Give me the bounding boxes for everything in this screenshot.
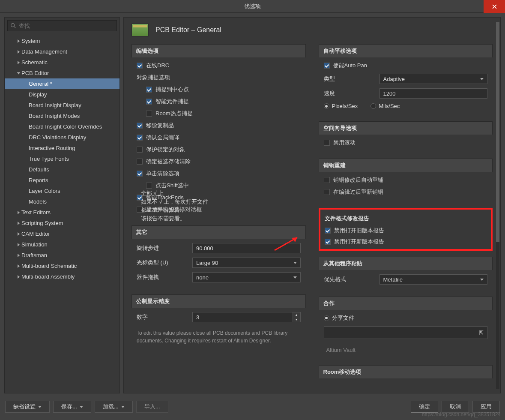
- cancel-button[interactable]: 取消: [442, 401, 469, 413]
- cursor-select[interactable]: Large 90: [192, 258, 301, 268]
- tree-item-label: Text Editors: [21, 209, 51, 216]
- tree-item[interactable]: Multi-board Assembly: [5, 271, 120, 282]
- expand-icon: [18, 243, 20, 246]
- pan-type-select[interactable]: Adaptive: [379, 74, 488, 84]
- chk-confirm-global[interactable]: 确认全局编译: [137, 134, 301, 141]
- chk-disable-roll[interactable]: 禁用滚动: [324, 139, 488, 147]
- row-rot-step: 旋转步进: [137, 243, 301, 253]
- tree-item[interactable]: PCB Editor: [5, 68, 120, 78]
- expand-icon: [18, 254, 20, 257]
- scrollbar-thumb[interactable]: [496, 22, 499, 242]
- tree-item[interactable]: Models: [5, 196, 120, 207]
- tree-item[interactable]: Interactive Routing: [5, 143, 120, 153]
- browse-icon[interactable]: ⇱: [479, 330, 484, 336]
- chk-show-popup[interactable]: 显示弹出的选择对话框: [137, 206, 301, 213]
- tree-item[interactable]: Board Insight Display: [5, 100, 120, 111]
- titlebar: 优选项: [0, 0, 505, 13]
- chk-online-drc[interactable]: 在线DRC: [137, 62, 301, 69]
- chk-repour-edit[interactable]: 在编辑过后重新铺铜: [324, 188, 488, 196]
- tree-item[interactable]: Layer Colors: [5, 186, 120, 196]
- section-report-title: 文件格式修改报告: [325, 213, 487, 224]
- radio-share-file[interactable]: 分享文件: [324, 314, 488, 322]
- tree-item[interactable]: Text Editors: [5, 207, 120, 218]
- load-button[interactable]: 加载...: [95, 401, 133, 413]
- row-pan-speed: 速度: [324, 88, 488, 99]
- paste-fmt-select[interactable]: Metafile: [379, 274, 488, 285]
- chk-protect-locked[interactable]: 保护锁定的对象: [137, 146, 301, 153]
- section-metric-title: 公制显示精度: [131, 294, 306, 308]
- watermark: https://blog.csdn.net/qq_38351824: [422, 411, 501, 417]
- tree-item[interactable]: Multi-board Schematic: [5, 261, 120, 271]
- chk-confirm-sel-clear[interactable]: 确定被选存储清除: [137, 158, 301, 165]
- row-pan-type: 类型 Adaptive: [324, 74, 488, 84]
- expand-icon: [18, 39, 20, 43]
- chevron-down-icon: [293, 262, 297, 264]
- tree-item-label: Layer Colors: [29, 188, 60, 194]
- section-other-title: 其它: [131, 225, 306, 239]
- main-area: SystemData ManagementSchematicPCB Editor…: [0, 13, 505, 398]
- chevron-down-icon: [480, 78, 484, 80]
- tree-item-label: Display: [29, 91, 47, 98]
- section-other: 其它 旋转步进 光标类型 (U) Large 90 器件拖拽 none: [131, 225, 306, 287]
- tree-item[interactable]: Schematic: [5, 57, 120, 68]
- search-box[interactable]: [7, 20, 117, 31]
- chk-click-clear[interactable]: 单击清除选项: [137, 170, 301, 177]
- search-input[interactable]: [19, 23, 114, 29]
- chk-remove-dup[interactable]: 移除复制品: [137, 122, 301, 129]
- tree-item[interactable]: General *: [5, 78, 120, 89]
- chk-disable-new-report[interactable]: 禁用打开新版本报告: [325, 238, 487, 246]
- share-path-input[interactable]: ⇱: [324, 326, 488, 339]
- expand-icon: [18, 232, 20, 236]
- tree-item-label: PCB Editor: [21, 70, 49, 76]
- nav-tree[interactable]: SystemData ManagementSchematicPCB Editor…: [5, 34, 120, 393]
- tree-item[interactable]: True Type Fonts: [5, 153, 120, 164]
- tree-item[interactable]: Scripting System: [5, 218, 120, 228]
- tree-item[interactable]: Defaults: [5, 164, 120, 175]
- defaults-button[interactable]: 缺省设置: [5, 401, 50, 413]
- section-edit: 编辑选项 在线DRC 对象捕捉选项 捕捉到中心点 智能元件捕捉 Room热点捕捉…: [131, 44, 306, 218]
- import-button[interactable]: 导入...: [136, 401, 168, 413]
- tree-item[interactable]: Data Management: [5, 46, 120, 57]
- tree-item[interactable]: Display: [5, 89, 120, 100]
- chk-smart-trackends[interactable]: 智能TrackEnds: [137, 194, 301, 201]
- radio-mils[interactable]: Mils/Sec: [371, 103, 400, 109]
- chk-room-hot[interactable]: Room热点捕捉: [146, 110, 301, 117]
- section-space: 空间向导选项 禁用滚动: [319, 121, 493, 151]
- tree-item[interactable]: Board Insight Modes: [5, 111, 120, 121]
- tree-item[interactable]: DRC Violations Display: [5, 132, 120, 143]
- rot-step-input[interactable]: [192, 243, 301, 253]
- tree-item[interactable]: CAM Editor: [5, 228, 120, 239]
- tree-item-label: CAM Editor: [21, 231, 50, 237]
- tree-item[interactable]: Reports: [5, 175, 120, 186]
- apply-button[interactable]: 应用: [472, 401, 500, 413]
- chk-repour-auto[interactable]: 铺铜修改后自动重铺: [324, 176, 488, 184]
- chk-shift-click[interactable]: 点击Shift选中: [146, 182, 301, 189]
- drag-select[interactable]: none: [192, 272, 301, 282]
- obj-snap-label: 对象捕捉选项: [137, 74, 301, 81]
- chk-disable-old-report[interactable]: 禁用打开旧版本报告: [325, 227, 487, 234]
- chk-snap-center[interactable]: 捕捉到中心点: [146, 86, 301, 93]
- close-icon: [492, 4, 497, 9]
- tree-item[interactable]: Draftsman: [5, 250, 120, 261]
- tree-item-label: Scripting System: [21, 220, 63, 226]
- ok-button[interactable]: 确定: [411, 401, 438, 413]
- tree-item[interactable]: System: [5, 36, 120, 46]
- pan-speed-input[interactable]: [379, 88, 488, 99]
- section-collab-title: 合作: [319, 297, 493, 310]
- sidebar: SystemData ManagementSchematicPCB Editor…: [4, 17, 120, 393]
- close-button[interactable]: [484, 0, 505, 13]
- chk-enable-autopan[interactable]: 使能Auto Pan: [324, 62, 488, 69]
- tree-item[interactable]: Board Insight Color Overrides: [5, 121, 120, 132]
- section-room-title: Room移动选项: [319, 365, 493, 378]
- expand-icon: [18, 222, 20, 225]
- scrollbar[interactable]: [496, 22, 499, 389]
- digits-spinner[interactable]: ▲▼: [293, 312, 301, 322]
- digits-input[interactable]: [192, 312, 293, 322]
- section-paste: 从其他程序粘贴 优先格式 Metafile: [319, 257, 493, 289]
- tree-item[interactable]: Simulation: [5, 239, 120, 250]
- radio-pixels[interactable]: Pixels/Sex: [324, 103, 358, 109]
- save-button[interactable]: 保存...: [53, 401, 91, 413]
- chk-smart-snap[interactable]: 智能元件捕捉: [146, 98, 301, 105]
- row-paste-fmt: 优先格式 Metafile: [324, 274, 488, 285]
- window-title: 优选项: [244, 3, 261, 10]
